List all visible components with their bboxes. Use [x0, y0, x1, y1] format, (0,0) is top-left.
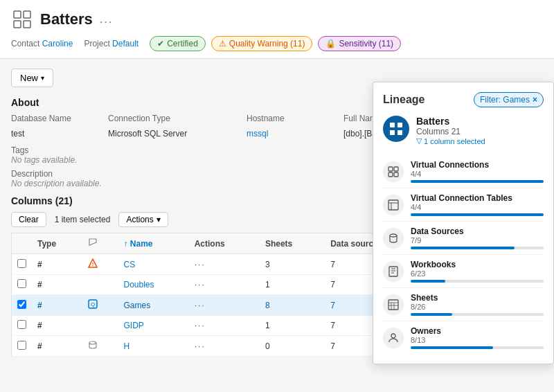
- lineage-item-count: 8/13: [411, 336, 544, 344]
- sheet-icon: [383, 294, 404, 315]
- lineage-title: Lineage: [383, 93, 425, 106]
- row-sheets: 0: [260, 336, 325, 357]
- col-checkbox: [12, 233, 33, 254]
- lineage-main-selected: ▽ 1 column selected: [416, 136, 544, 145]
- more-options-icon[interactable]: ...: [100, 13, 113, 26]
- grid-icon: [11, 8, 33, 30]
- lineage-item-count: 7/9: [411, 236, 544, 244]
- badge-group: ✔ Certified ⚠ Quality Warning (11) 🔒 Sen…: [150, 36, 401, 51]
- row-name[interactable]: GIDP: [118, 316, 189, 336]
- workbook-icon: [383, 261, 404, 282]
- row-name[interactable]: H: [118, 336, 189, 357]
- dropdown-arrow-icon: ▾: [41, 74, 44, 82]
- svg-point-8: [89, 341, 96, 344]
- project-meta: Project Default: [84, 39, 138, 48]
- progress-bar: [411, 213, 544, 216]
- actions-dropdown-icon: ▾: [157, 215, 161, 224]
- row-actions[interactable]: ···: [189, 295, 260, 316]
- progress-bar: [411, 180, 544, 183]
- check-circle-icon: ✔: [157, 39, 164, 48]
- hostname-label: Hostname: [247, 114, 343, 123]
- sensitivity-badge[interactable]: 🔒 Sensitivity (11): [318, 36, 401, 51]
- row-actions[interactable]: ···: [189, 336, 260, 357]
- lineage-item-label: Virtual Connection Tables: [411, 193, 544, 203]
- svg-rect-1: [24, 11, 30, 18]
- lineage-item-workbooks[interactable]: Workbooks 6/23: [383, 255, 544, 288]
- col-sheets: Sheets: [260, 233, 325, 254]
- quality-warning-badge[interactable]: ⚠ Quality Warning (11): [211, 36, 313, 51]
- row-name[interactable]: CS: [118, 254, 189, 275]
- row-flag: [82, 316, 118, 336]
- lineage-item-label: Sheets: [411, 293, 544, 303]
- row-type: #: [32, 254, 82, 275]
- lineage-header: Lineage Filter: Games ×: [383, 92, 544, 107]
- row-name[interactable]: Games: [118, 295, 189, 316]
- row-actions[interactable]: ···: [189, 316, 260, 336]
- hostname-value[interactable]: mssql: [247, 129, 343, 139]
- filter-small-icon: ▽: [416, 136, 422, 145]
- lineage-filter-badge[interactable]: Filter: Games ×: [474, 92, 544, 107]
- certified-badge[interactable]: ✔ Certified: [150, 36, 206, 51]
- filter-label: Filter: Games: [480, 95, 530, 105]
- lineage-item-info: Virtual Connection Tables 4/4: [411, 193, 544, 216]
- lineage-item-count: 8/26: [411, 303, 544, 311]
- svg-text:Q: Q: [91, 301, 95, 308]
- owners-icon: [383, 328, 404, 348]
- lineage-item-label: Virtual Connections: [411, 160, 544, 170]
- row-sheets: 1: [260, 275, 325, 295]
- contact-value[interactable]: Caroline: [42, 39, 73, 48]
- lineage-item-virtual-connection-tables[interactable]: Virtual Connection Tables 4/4: [383, 188, 544, 222]
- lineage-panel: Lineage Filter: Games × Batters Columns …: [373, 82, 554, 364]
- row-checkbox[interactable]: [12, 254, 33, 275]
- lineage-main-icon: [383, 116, 409, 142]
- lineage-main-name: Batters: [416, 116, 544, 127]
- new-button[interactable]: New ▾: [11, 69, 53, 87]
- lineage-item-owners[interactable]: Owners 8/13: [383, 321, 544, 354]
- svg-rect-21: [389, 267, 397, 276]
- col-name[interactable]: ↑ Name: [118, 233, 189, 254]
- table-icon: [383, 195, 404, 215]
- clear-button[interactable]: Clear: [11, 212, 46, 227]
- lineage-item-sheets[interactable]: Sheets 8/26: [383, 288, 544, 321]
- svg-rect-12: [397, 130, 402, 135]
- warning-icon: ⚠: [219, 39, 226, 48]
- row-name[interactable]: Doubles: [118, 275, 189, 295]
- svg-rect-9: [390, 123, 395, 127]
- lineage-item-info: Virtual Connections 4/4: [411, 160, 544, 183]
- row-checkbox[interactable]: [12, 336, 33, 357]
- lineage-item-count: 6/23: [411, 269, 544, 278]
- lineage-item-info: Sheets 8/26: [411, 293, 544, 316]
- svg-text:!: !: [92, 261, 94, 267]
- lineage-items-list: Virtual Connections 4/4 Virtual Connecti…: [383, 155, 544, 354]
- conn-type-value: Microsoft SQL Server: [108, 129, 247, 139]
- selected-count: 1 item selected: [55, 215, 111, 224]
- lineage-item-virtual-connections[interactable]: Virtual Connections 4/4: [383, 155, 544, 188]
- col-type: Type: [32, 233, 82, 254]
- lineage-item-count: 4/4: [411, 170, 544, 178]
- page-title: Batters: [40, 10, 93, 28]
- page-header: Batters ... Contact Caroline Project Def…: [0, 0, 554, 59]
- contact-meta: Contact Caroline: [11, 39, 73, 48]
- progress-fill: [411, 247, 515, 249]
- progress-fill: [411, 213, 544, 216]
- close-filter-icon[interactable]: ×: [533, 95, 537, 105]
- col-actions: Actions: [189, 233, 260, 254]
- row-actions[interactable]: ···: [189, 254, 260, 275]
- col-flag: [82, 233, 118, 254]
- actions-button[interactable]: Actions ▾: [118, 212, 168, 227]
- row-actions[interactable]: ···: [189, 275, 260, 295]
- db-icon: [383, 161, 404, 182]
- db-name-value: test: [11, 129, 108, 139]
- row-checkbox[interactable]: [12, 275, 33, 295]
- progress-bar: [411, 247, 544, 249]
- row-checkbox[interactable]: [12, 295, 33, 316]
- row-checkbox[interactable]: [12, 316, 33, 336]
- progress-bar: [411, 346, 544, 349]
- row-flag: [82, 275, 118, 295]
- progress-bar: [411, 313, 544, 316]
- conn-type-label: Connection Type: [108, 114, 247, 123]
- lineage-item-data-sources[interactable]: Data Sources 7/9: [383, 222, 544, 255]
- lineage-item-label: Owners: [411, 326, 544, 336]
- project-value[interactable]: Default: [112, 39, 138, 48]
- lineage-item-info: Owners 8/13: [411, 326, 544, 349]
